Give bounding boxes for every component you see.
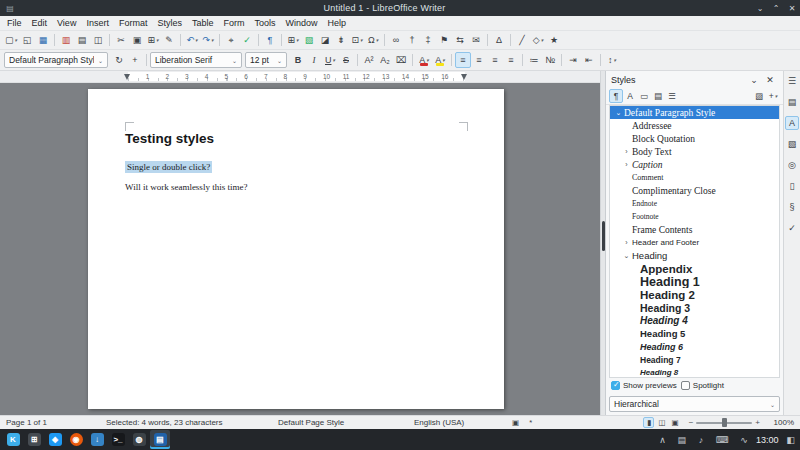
clone-formatting-icon[interactable]: ✎ bbox=[161, 32, 177, 48]
insert-hyperlink-icon[interactable]: ∞ bbox=[388, 32, 404, 48]
frame-styles-icon[interactable]: ▭ bbox=[637, 89, 651, 103]
strikethrough-icon[interactable]: S bbox=[338, 52, 354, 68]
style-item-heading-1[interactable]: Heading 1 bbox=[610, 275, 779, 288]
font-color-icon[interactable]: A▾ bbox=[416, 52, 432, 68]
page-count-status[interactable]: Page 1 of 1 bbox=[6, 418, 106, 427]
menu-help[interactable]: Help bbox=[322, 18, 351, 28]
terminal-icon[interactable]: >_ bbox=[108, 430, 128, 449]
new-style-from-selection-icon[interactable]: +▾ bbox=[766, 89, 780, 103]
menu-table[interactable]: Table bbox=[187, 18, 219, 28]
line-spacing-icon[interactable]: ↕▾ bbox=[604, 52, 620, 68]
new-style-icon[interactable]: + bbox=[127, 52, 143, 68]
tree-arrow-icon[interactable]: ⌄ bbox=[621, 252, 632, 260]
panel-close-icon[interactable]: ✕ bbox=[762, 72, 778, 88]
menu-view[interactable]: View bbox=[52, 18, 81, 28]
selection-mode-icon[interactable]: ▣ bbox=[510, 417, 521, 428]
style-inspector-deck-icon[interactable]: § bbox=[785, 200, 799, 214]
document-selected-line[interactable]: Single or double click? bbox=[125, 162, 212, 172]
style-item-body-text[interactable]: ›Body Text bbox=[610, 145, 779, 158]
save-icon[interactable]: ▦ bbox=[35, 32, 51, 48]
insert-field-icon[interactable]: ⊡▾ bbox=[349, 32, 365, 48]
styles-tree[interactable]: ⌄Default Paragraph StyleAddresseeBlock Q… bbox=[609, 105, 780, 378]
tree-arrow-icon[interactable]: ⌄ bbox=[613, 109, 624, 117]
style-item-comment[interactable]: Comment bbox=[610, 171, 779, 184]
italic-icon[interactable]: I bbox=[306, 52, 322, 68]
page-styles-icon[interactable]: ▤ bbox=[651, 89, 665, 103]
zoom-out-button[interactable]: − bbox=[689, 418, 694, 427]
menu-tools[interactable]: Tools bbox=[249, 18, 280, 28]
panel-menu-icon[interactable]: ⌄ bbox=[746, 72, 762, 88]
zoom-slider[interactable] bbox=[696, 422, 752, 424]
style-item-addressee[interactable]: Addressee bbox=[610, 119, 779, 132]
show-draw-functions-icon[interactable]: ★ bbox=[546, 32, 562, 48]
insert-image-icon[interactable]: ▧ bbox=[301, 32, 317, 48]
menu-edit[interactable]: Edit bbox=[27, 18, 53, 28]
style-item-heading-8[interactable]: Heading 8 bbox=[610, 366, 779, 378]
find-replace-icon[interactable]: ⌖ bbox=[223, 32, 239, 48]
close-button[interactable]: ✕ bbox=[784, 4, 800, 13]
decrease-indent-icon[interactable]: ⇤ bbox=[581, 52, 597, 68]
menu-insert[interactable]: Insert bbox=[81, 18, 114, 28]
style-item-heading-2[interactable]: Heading 2 bbox=[610, 288, 779, 301]
panel-edge-icon[interactable]: ◧ bbox=[784, 434, 797, 446]
network-icon[interactable]: ∿ bbox=[738, 434, 750, 446]
menu-form[interactable]: Form bbox=[218, 18, 249, 28]
insert-line-icon[interactable]: ╱ bbox=[514, 32, 530, 48]
indent-marker-right[interactable] bbox=[461, 74, 467, 80]
style-item-appendix[interactable]: Appendix bbox=[610, 262, 779, 275]
spotlight-checkbox[interactable]: Spotlight bbox=[681, 381, 724, 390]
language-status[interactable]: English (USA) bbox=[414, 418, 510, 427]
minimize-button[interactable]: ⌄ bbox=[752, 4, 768, 13]
insert-comment-icon[interactable]: ✉ bbox=[468, 32, 484, 48]
basic-shapes-icon[interactable]: ◇▾ bbox=[530, 32, 546, 48]
align-center-icon[interactable]: ≡ bbox=[471, 52, 487, 68]
clear-formatting-icon[interactable]: ⌧ bbox=[393, 52, 409, 68]
underline-icon[interactable]: U▾ bbox=[322, 52, 338, 68]
style-item-complimentary-close[interactable]: Complimentary Close bbox=[610, 184, 779, 197]
style-item-heading-3[interactable]: Heading 3 bbox=[610, 301, 779, 314]
accessibility-check-icon[interactable]: ✓ bbox=[785, 221, 799, 235]
list-styles-icon[interactable]: ☰ bbox=[665, 89, 679, 103]
bold-icon[interactable]: B bbox=[290, 52, 306, 68]
redo-icon[interactable]: ↷▾ bbox=[200, 32, 216, 48]
paragraph-style-combo[interactable]: Default Paragraph Style ⌄ bbox=[4, 52, 108, 68]
tree-arrow-icon[interactable]: › bbox=[621, 239, 632, 246]
new-document-icon[interactable]: ▢▾ bbox=[3, 32, 19, 48]
document-canvas[interactable]: Testing styles Single or double click? W… bbox=[0, 83, 600, 415]
style-item-block-quotation[interactable]: Block Quotation bbox=[610, 132, 779, 145]
open-document-icon[interactable]: ◱ bbox=[19, 32, 35, 48]
align-left-icon[interactable]: ≡ bbox=[455, 52, 471, 68]
navigator-deck-icon[interactable]: ◎ bbox=[785, 158, 799, 172]
page-style-status[interactable]: Default Page Style bbox=[278, 418, 414, 427]
style-item-frame-contents[interactable]: Frame Contents bbox=[610, 223, 779, 236]
increase-indent-icon[interactable]: ⇥ bbox=[565, 52, 581, 68]
export-pdf-icon[interactable]: ▥ bbox=[58, 32, 74, 48]
keyboard-layout-icon[interactable]: ⌨ bbox=[714, 434, 731, 446]
menu-format[interactable]: Format bbox=[114, 18, 153, 28]
sidebar-splitter[interactable] bbox=[600, 71, 605, 415]
dark-app-icon[interactable]: ◍ bbox=[129, 430, 149, 449]
insert-page-break-icon[interactable]: ⇟ bbox=[333, 32, 349, 48]
show-previews-checkbox[interactable]: Show previews bbox=[611, 381, 677, 390]
book-view-icon[interactable]: ▣ bbox=[670, 417, 681, 428]
align-right-icon[interactable]: ≡ bbox=[487, 52, 503, 68]
copy-icon[interactable]: ▣ bbox=[129, 32, 145, 48]
cut-icon[interactable]: ✂ bbox=[113, 32, 129, 48]
style-item-endnote[interactable]: Endnote bbox=[610, 197, 779, 210]
maximize-button[interactable]: ⌃ bbox=[768, 4, 784, 13]
file-manager-icon[interactable]: ◈ bbox=[45, 430, 65, 449]
style-item-heading-4[interactable]: Heading 4 bbox=[610, 314, 779, 327]
styles-filter-combo[interactable]: Hierarchical ⌄ bbox=[609, 396, 780, 412]
multi-page-view-icon[interactable]: ◫ bbox=[656, 417, 667, 428]
paste-icon[interactable]: ⊞▾ bbox=[145, 32, 161, 48]
writer-icon[interactable]: ▤ bbox=[150, 430, 170, 449]
style-item-default-paragraph-style[interactable]: ⌄Default Paragraph Style bbox=[610, 106, 779, 119]
sidebar-splitter-handle[interactable] bbox=[602, 221, 605, 251]
print-icon[interactable]: ▤ bbox=[74, 32, 90, 48]
indent-marker-left[interactable] bbox=[124, 74, 130, 80]
ordered-list-icon[interactable]: № bbox=[542, 52, 558, 68]
document-modified-icon[interactable]: * bbox=[525, 417, 536, 428]
zoom-slider-handle[interactable] bbox=[722, 418, 727, 427]
font-size-combo[interactable]: 12 pt ⌄ bbox=[245, 52, 287, 68]
styles-deck-icon[interactable]: A bbox=[785, 116, 799, 130]
